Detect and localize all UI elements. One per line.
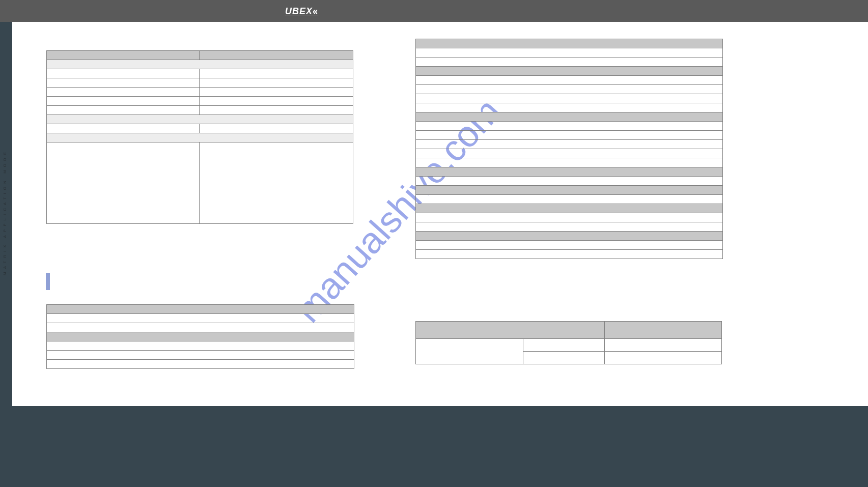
t1-cell xyxy=(200,97,353,106)
t1-cell xyxy=(200,88,353,97)
t3-cell xyxy=(416,76,723,85)
t1-cell xyxy=(200,106,353,115)
t1-cell-tall xyxy=(200,142,353,224)
t2-subheader xyxy=(47,332,354,341)
t1-header-1 xyxy=(47,51,200,60)
t3-header xyxy=(416,186,723,195)
t3-header xyxy=(416,39,723,48)
t3-cell xyxy=(416,177,723,186)
t4-header-1 xyxy=(416,322,605,339)
section-accent-bar xyxy=(46,273,50,290)
t3-cell xyxy=(416,195,723,204)
t3-header xyxy=(416,167,723,177)
t3-cell xyxy=(416,85,723,94)
t2-cell xyxy=(47,314,354,323)
t1-cell xyxy=(47,124,200,133)
t1-subheader-1 xyxy=(47,60,353,69)
t1-cell xyxy=(200,78,353,88)
side-vertical-label: MATRIX APPLICATION MODE xyxy=(3,149,10,275)
t3-header xyxy=(416,112,723,122)
t1-cell xyxy=(47,78,200,88)
top-bar: UBEX« xyxy=(0,0,868,22)
t3-header xyxy=(416,67,723,76)
t1-cell-tall xyxy=(47,142,200,224)
t2-cell xyxy=(47,351,354,360)
t3-cell xyxy=(416,122,723,131)
t3-header xyxy=(416,232,723,241)
t3-cell xyxy=(416,131,723,140)
brand-logo: UBEX« xyxy=(285,6,318,17)
t3-cell xyxy=(416,103,723,112)
page-footer xyxy=(12,406,868,487)
t3-cell xyxy=(416,213,723,222)
t1-cell xyxy=(47,97,200,106)
t3-cell xyxy=(416,250,723,259)
t4-cell xyxy=(605,339,722,352)
t3-cell xyxy=(416,58,723,67)
t3-cell xyxy=(416,222,723,232)
t3-cell xyxy=(416,140,723,149)
t1-cell xyxy=(200,69,353,78)
t3-header xyxy=(416,204,723,213)
t4-cell xyxy=(523,352,605,364)
t3-cell xyxy=(416,158,723,167)
t2-cell xyxy=(47,341,354,351)
t4-cell xyxy=(523,339,605,352)
t2-header xyxy=(47,305,354,314)
spec-table-left-bottom xyxy=(46,304,354,369)
t1-subheader-2 xyxy=(47,115,353,124)
t1-cell xyxy=(47,69,200,78)
spec-table-right-bottom xyxy=(415,321,722,364)
t4-cell xyxy=(416,339,523,364)
logo-chevron-icon: « xyxy=(313,6,318,16)
t1-cell xyxy=(47,88,200,97)
t4-header-2 xyxy=(605,322,722,339)
t3-cell xyxy=(416,241,723,250)
t1-header-2 xyxy=(200,51,353,60)
t3-cell xyxy=(416,48,723,58)
t1-cell xyxy=(47,106,200,115)
t2-cell xyxy=(47,323,354,332)
t1-subheader-3 xyxy=(47,133,353,142)
t4-cell xyxy=(605,352,722,364)
t3-cell xyxy=(416,94,723,103)
t1-cell xyxy=(200,124,353,133)
t3-cell xyxy=(416,149,723,158)
spec-table-right-top xyxy=(415,39,723,259)
side-panel: MATRIX APPLICATION MODE xyxy=(0,22,12,487)
spec-table-left-top xyxy=(46,50,353,224)
t2-cell xyxy=(47,360,354,369)
